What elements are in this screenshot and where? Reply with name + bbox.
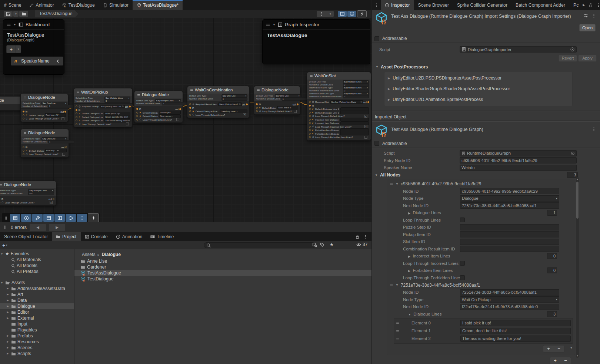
graph-inspector-panel[interactable]: ▼ Graph Inspector TestAssDialogue — [262, 19, 370, 64]
blackboard-add-dropdown[interactable]: ▾ — [16, 45, 21, 53]
apply-button[interactable]: Apply — [578, 55, 597, 62]
node-loop-checkbox[interactable]: ✓ — [50, 201, 53, 204]
port-icon[interactable] — [136, 119, 138, 121]
panel-tab-project[interactable]: Project — [52, 232, 80, 241]
port-icon[interactable] — [309, 129, 311, 131]
node-prop-field[interactable]: -55 — [28, 192, 54, 195]
object-picker-icon[interactable] — [122, 105, 124, 107]
port-icon[interactable] — [256, 107, 258, 109]
scrollbar-thumb[interactable] — [576, 182, 579, 219]
tree-item-assets-root[interactable]: ▼Assets — [0, 280, 74, 286]
file-item-testassdialogue[interactable]: {}TestAssDialogue — [74, 270, 371, 276]
panel-tab-console[interactable]: Console — [81, 232, 112, 241]
lock-icon[interactable] — [355, 235, 360, 239]
tree-item-playables[interactable]: Playables — [0, 327, 74, 333]
node-loop-checkbox[interactable] — [62, 153, 65, 156]
node-line-field[interactable]: Post boy... W — [45, 149, 67, 152]
port-icon[interactable] — [309, 101, 311, 103]
row-field[interactable]: RuntimeDialogueGraph — [460, 150, 577, 156]
node-line-field[interactable] — [340, 107, 369, 111]
object-picker-icon[interactable] — [239, 103, 241, 105]
node-title[interactable]: WaitOnCombination — [187, 86, 249, 94]
port-icon[interactable] — [64, 111, 66, 112]
drag-handle-icon[interactable] — [396, 335, 399, 342]
node-title[interactable]: DialogueNode — [134, 91, 183, 98]
object-picker-icon[interactable] — [360, 101, 362, 103]
port-icon[interactable] — [309, 115, 311, 117]
node-prop-field[interactable]: 1 — [281, 97, 307, 101]
toolbar-layout-icon-button[interactable] — [54, 214, 65, 222]
graph-node-dialoguenode[interactable]: DialogueNodeDefault Line TypeSay Multipl… — [134, 91, 183, 123]
node-line-field[interactable]: Cmon, don't be like this! — [104, 115, 130, 119]
next-error-button[interactable]: ▶ — [49, 224, 65, 231]
tree-item-editor[interactable]: ▶Editor — [0, 309, 74, 315]
inspector-tab-scene-browser[interactable]: Scene Browser — [414, 0, 453, 10]
inspector-tab-inspector[interactable]: Inspector — [381, 0, 414, 10]
foldout-arrow-icon[interactable]: ▼ — [396, 283, 399, 287]
port-icon[interactable] — [309, 108, 311, 110]
graph-inspector-header[interactable]: ▼ Graph Inspector — [263, 20, 370, 30]
project-create-button[interactable]: +▾ — [0, 242, 10, 248]
port-icon[interactable] — [309, 119, 311, 121]
port-icon[interactable] — [65, 146, 67, 148]
node-object-field[interactable]: Meat (Pickup Item Data) — [218, 102, 242, 106]
foldout-arrow-icon[interactable]: ▶ — [6, 305, 10, 308]
drag-handle-icon[interactable] — [396, 327, 399, 334]
foldout-arrow-icon[interactable]: ▶ — [6, 317, 10, 320]
presets-icon[interactable] — [583, 13, 588, 18]
drag-handle-icon[interactable] — [396, 320, 399, 326]
toolbar-lightning-icon-button[interactable] — [88, 213, 99, 222]
graph-node-dialoguenode[interactable]: DialogueNodeDefault Line TypeSay One Lin… — [20, 129, 69, 158]
entry-foldout[interactable]: ▶ Dialogue Lines1 — [387, 209, 575, 217]
foldout-arrow-icon[interactable]: ▶ — [6, 334, 10, 337]
entry-checkbox[interactable] — [460, 275, 465, 280]
blackboard-toggle-button[interactable] — [338, 11, 347, 17]
node-loop-checkbox[interactable] — [364, 136, 367, 139]
graph-inspector-toggle-button[interactable] — [347, 11, 356, 17]
port-icon[interactable] — [129, 105, 131, 107]
foldout-arrow-icon[interactable]: ▼ — [273, 23, 276, 26]
port-icon[interactable] — [76, 112, 77, 114]
object-picker-icon[interactable] — [571, 151, 575, 155]
foldout-arrow-icon[interactable]: ▶ — [6, 311, 10, 314]
entry-count[interactable]: 0 — [547, 253, 557, 259]
toolbar-console-icon-button[interactable] — [10, 214, 20, 222]
entry-checkbox[interactable] — [460, 218, 465, 222]
blackboard-header[interactable]: ▼ Blackboard — [3, 20, 64, 30]
kebab-icon[interactable] — [596, 3, 600, 7]
node-prop-field[interactable]: 2 — [162, 102, 188, 105]
port-icon[interactable] — [256, 103, 258, 105]
node-prop-field[interactable]: 1 — [48, 140, 74, 144]
node-entry-header[interactable]: ▼7251e73e-38d3-44ff-a8c5-bcf54088aaf1 — [387, 282, 575, 289]
breadcrumb-assets[interactable]: Assets — [82, 252, 96, 257]
entry-foldout[interactable]: ▼ Dialogue Lines3 — [387, 310, 575, 318]
foldout-arrow-icon[interactable]: ▼ — [0, 282, 4, 284]
entry-checkbox[interactable] — [460, 261, 465, 266]
tree-item-resources[interactable]: ▶Resources — [0, 339, 74, 345]
port-icon[interactable] — [179, 108, 181, 110]
port-icon[interactable] — [136, 112, 138, 114]
port-icon[interactable] — [23, 150, 24, 152]
port-icon[interactable] — [76, 119, 77, 121]
foldout-arrow-icon[interactable]: ▶ — [6, 287, 10, 290]
node-line-field[interactable]: Nice, that's it! — [277, 106, 298, 109]
node-line-field[interactable] — [340, 111, 369, 114]
tree-item-dialogue[interactable]: ▶Dialogue — [0, 303, 74, 309]
tree-item-external[interactable]: ▶External — [0, 315, 74, 321]
node-title[interactable]: DialogueNode — [21, 94, 68, 101]
node-line-field[interactable]: Post boy... W — [45, 113, 66, 117]
node-prop-field[interactable]: 1 — [221, 97, 247, 101]
search-by-label-icon[interactable] — [320, 242, 324, 247]
inspector-tab-batch-component-adder[interactable]: Batch Component Adder — [511, 0, 569, 10]
save-button[interactable] — [4, 11, 13, 17]
inspector-tab-pc[interactable]: Pc — [569, 0, 583, 10]
previous-error-button[interactable]: ◀ — [30, 224, 46, 231]
file-item-gardener[interactable]: Gardener — [74, 264, 371, 270]
graph-canvas[interactable]: StartNodeSpeakerNameoutDialogueNodeDefau… — [0, 18, 371, 222]
breadcrumb-current[interactable]: Dialogue — [102, 252, 121, 257]
row-field[interactable]: c93b5606-401f-49a2-99b5-9ecbf1fa9c29 — [460, 157, 577, 164]
toolbar-window-icon-button[interactable] — [43, 214, 54, 222]
kebab-icon[interactable] — [372, 3, 381, 7]
debug-toggle-button[interactable] — [357, 10, 367, 17]
port-icon[interactable] — [23, 114, 24, 116]
